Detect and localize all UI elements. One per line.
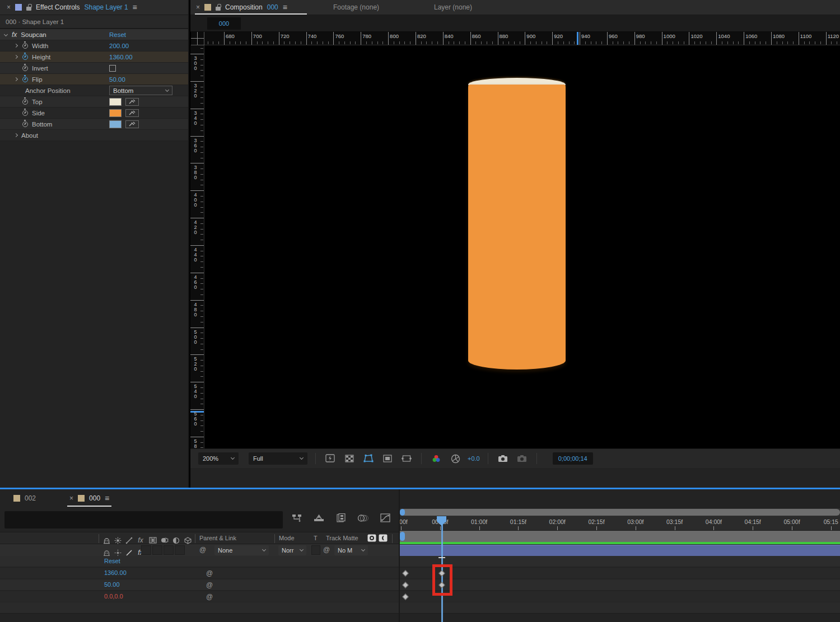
width-value[interactable]: 200.00 — [109, 43, 129, 49]
zoom-dropdown[interactable]: 200% — [198, 452, 239, 465]
chevron-right-icon[interactable] — [14, 133, 18, 137]
close-icon[interactable]: × — [7, 3, 11, 11]
column-t[interactable]: T — [314, 535, 318, 541]
tab-footage[interactable]: Footage (none) — [333, 3, 379, 11]
frame-blending-icon[interactable] — [334, 512, 348, 524]
column-track-matte[interactable]: Track Matte — [326, 535, 358, 541]
keyframe[interactable] — [402, 570, 408, 576]
timeline-current-time-field[interactable] — [4, 511, 283, 529]
pick-whip-icon[interactable]: @ — [206, 593, 213, 601]
eyedropper-icon[interactable] — [125, 120, 139, 128]
matte-pick-whip-icon[interactable]: @ — [323, 546, 330, 554]
pick-whip-icon[interactable]: @ — [206, 569, 213, 577]
eyedropper-icon[interactable] — [125, 109, 139, 117]
mini-flowchart-icon[interactable] — [290, 512, 304, 524]
parent-pick-whip-icon[interactable]: @ — [199, 546, 206, 554]
stopwatch-icon[interactable] — [22, 43, 28, 49]
stopwatch-icon[interactable] — [22, 121, 28, 127]
navigator-start-handle[interactable] — [400, 509, 405, 516]
track-matte-dropdown[interactable]: No M — [334, 545, 368, 555]
switch-slot[interactable] — [152, 545, 162, 555]
panel-menu-icon[interactable]: ≡ — [133, 3, 137, 12]
chevron-down-icon[interactable] — [4, 32, 8, 36]
chevron-right-icon[interactable] — [14, 55, 18, 59]
about-row[interactable]: About — [0, 130, 188, 141]
unlock-icon[interactable] — [216, 7, 221, 11]
work-area-start-handle[interactable] — [400, 532, 405, 541]
bottom-color-swatch[interactable] — [109, 120, 122, 128]
draft-3d-icon[interactable] — [312, 512, 326, 524]
work-area-bar[interactable] — [400, 531, 840, 542]
time-navigator-bar[interactable] — [401, 509, 840, 516]
eyedropper-icon[interactable] — [125, 98, 139, 106]
mask-visibility-icon[interactable] — [362, 452, 375, 465]
invert-checkbox[interactable] — [109, 65, 116, 72]
comp-ruler-h[interactable]: 6807007207407607808008208408608809009209… — [204, 32, 840, 45]
composition-canvas[interactable] — [204, 45, 840, 468]
height-value[interactable]: 1360.00 — [109, 54, 133, 60]
height-value[interactable]: 1360.00 — [104, 569, 127, 576]
luma-matte-icon[interactable] — [379, 534, 388, 542]
reset-link[interactable]: Reset — [104, 558, 120, 564]
pixel-aspect-icon[interactable] — [400, 452, 413, 465]
motion-blur-icon[interactable] — [357, 512, 370, 524]
position-value[interactable]: 0.0,0.0 — [104, 593, 123, 600]
fast-preview-icon[interactable] — [324, 452, 337, 465]
chevron-right-icon[interactable] — [14, 44, 18, 48]
chevron-right-icon[interactable] — [14, 77, 18, 81]
alpha-matte-icon[interactable] — [367, 534, 376, 542]
column-mode[interactable]: Mode — [279, 535, 295, 541]
panel-menu-icon[interactable]: ≡ — [283, 3, 287, 12]
panel-title[interactable]: Effect Controls — [36, 3, 80, 11]
graph-editor-icon[interactable] — [379, 512, 392, 524]
pick-whip-icon[interactable]: @ — [206, 581, 213, 589]
parent-dropdown[interactable]: None — [214, 545, 269, 555]
ruler-tick — [440, 526, 441, 530]
effect-name[interactable]: Soupcan — [21, 31, 46, 38]
ruler-origin-box[interactable] — [191, 32, 204, 45]
side-color-swatch[interactable] — [109, 109, 122, 117]
exposure-icon[interactable] — [449, 452, 462, 465]
stopwatch-active-icon[interactable] — [22, 77, 28, 82]
tab-comp-002[interactable]: 002 — [8, 489, 41, 507]
tab-layer[interactable]: Layer (none) — [434, 3, 472, 11]
tab-comp-000[interactable]: × 000 ≡ — [64, 489, 115, 507]
region-of-interest-icon[interactable] — [381, 452, 394, 465]
stopwatch-icon[interactable] — [22, 110, 28, 116]
exposure-value[interactable]: +0.0 — [468, 455, 480, 462]
resolution-dropdown[interactable]: Full — [249, 452, 307, 465]
stopwatch-active-icon[interactable] — [22, 54, 28, 60]
show-snapshot-icon[interactable] — [515, 452, 529, 465]
layer-row[interactable]: fx @ None Norr @ No M — [0, 544, 399, 556]
tab-composition[interactable]: Composition — [225, 3, 263, 11]
close-icon[interactable]: × — [196, 3, 200, 11]
flip-value[interactable]: 50.00 — [104, 581, 120, 588]
flip-value[interactable]: 50.00 — [109, 76, 125, 83]
stopwatch-icon[interactable] — [22, 66, 28, 71]
close-icon[interactable]: × — [69, 494, 73, 502]
top-color-swatch[interactable] — [109, 98, 122, 106]
preserve-transparency-toggle[interactable] — [311, 545, 320, 555]
viewer-tab-000[interactable]: 000 — [207, 17, 241, 30]
keyframe[interactable] — [402, 582, 408, 588]
transparency-grid-icon[interactable] — [343, 452, 356, 465]
panel-menu-icon[interactable]: ≡ — [105, 494, 109, 503]
reset-button[interactable]: Reset — [109, 31, 126, 38]
comp-ruler-v[interactable]: 3003203403603804004204404604805005205405… — [190, 45, 204, 468]
keyframe[interactable] — [402, 593, 408, 600]
blend-mode-dropdown[interactable]: Norr — [278, 545, 306, 555]
effect-header-row[interactable]: fx Soupcan Reset — [0, 29, 188, 40]
layer-duration-bar[interactable] — [400, 545, 840, 556]
switch-slot[interactable] — [141, 545, 151, 555]
snapshot-camera-icon[interactable] — [496, 452, 510, 465]
stopwatch-icon[interactable] — [22, 99, 28, 105]
preview-timecode[interactable]: 0;00;00;14 — [553, 452, 593, 465]
channel-selector-icon[interactable] — [430, 452, 443, 465]
unlock-icon[interactable] — [26, 7, 31, 11]
anchor-position-dropdown[interactable]: Bottom — [109, 86, 172, 95]
ruler-tick — [432, 41, 432, 44]
switch-slot[interactable] — [164, 545, 174, 555]
switch-slot[interactable] — [175, 545, 185, 555]
column-parent-link[interactable]: Parent & Link — [199, 535, 236, 541]
timeline-ruler[interactable]: 0:00f00:15f01:00f01:15f02:00f02:15f03:00… — [400, 516, 840, 531]
